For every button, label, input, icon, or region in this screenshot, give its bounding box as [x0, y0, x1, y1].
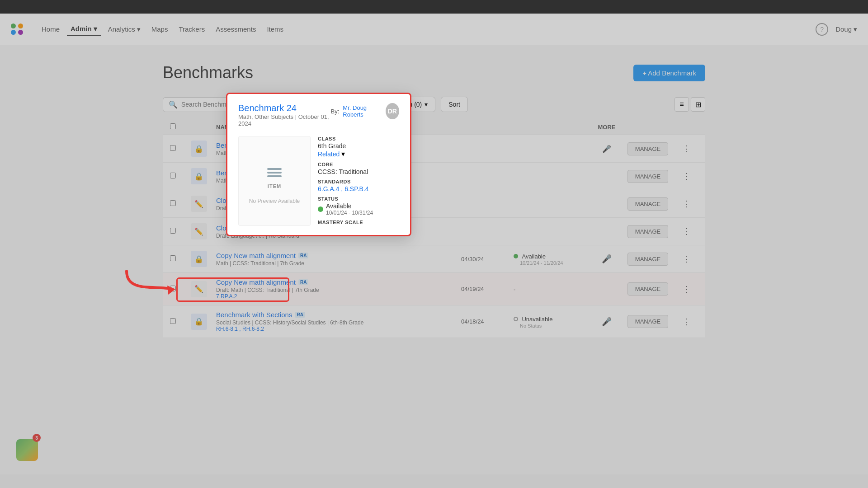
item-icon-box: ITEM	[260, 158, 289, 194]
status-green-dot	[318, 206, 323, 212]
status-row: Available 10/01/24 - 10/31/24	[318, 202, 399, 216]
class-value: 6th Grade	[318, 142, 399, 150]
core-value: CCSS: Traditional	[318, 168, 399, 175]
popup-details: CLASS 6th Grade Related ▾ CORE CCSS: Tra…	[318, 136, 399, 226]
related-link[interactable]: Related	[318, 150, 340, 158]
item-line-3	[267, 175, 282, 177]
avatar: DR	[386, 103, 399, 119]
standards-label: STANDARDS	[318, 179, 399, 184]
related-row[interactable]: Related ▾	[318, 150, 399, 158]
item-label: ITEM	[268, 183, 281, 189]
standards-value-link[interactable]: 6.G.A.4 , 6.SP.B.4	[318, 185, 399, 192]
item-line-2	[267, 172, 282, 174]
arrow-annotation	[122, 267, 181, 303]
benchmark-detail-popup: Benchmark 24 Math, Other Subjects | Octo…	[226, 93, 411, 236]
by-label: By:	[331, 108, 340, 115]
core-label: CORE	[318, 162, 399, 167]
popup-author: By: Mr. Doug Roberts DR	[331, 103, 399, 119]
popup-title-text[interactable]: Benchmark 24	[238, 103, 331, 113]
status-date-range: 10/01/24 - 10/31/24	[326, 210, 373, 216]
mastery-label: MASTERY SCALE	[318, 220, 399, 225]
arrow-svg	[122, 267, 181, 303]
class-label: CLASS	[318, 136, 399, 141]
popup-subjects: Math, Other Subjects | October 01, 2024	[238, 113, 331, 127]
item-line-1	[267, 168, 282, 170]
author-link[interactable]: Mr. Doug Roberts	[343, 104, 382, 118]
modal-overlay[interactable]	[0, 0, 868, 488]
svg-marker-0	[167, 286, 175, 295]
item-lines-icon	[265, 164, 283, 182]
subjects-text: Math, Other Subjects	[238, 113, 293, 120]
no-preview-text: No Preview Available	[249, 198, 300, 204]
status-label: STATUS	[318, 196, 399, 202]
status-available: Available	[326, 202, 373, 210]
popup-title: Benchmark 24 Math, Other Subjects | Octo…	[238, 103, 331, 133]
highlight-box	[176, 277, 289, 302]
status-text-block: Available 10/01/24 - 10/31/24	[326, 202, 373, 216]
popup-body: ITEM No Preview Available CLASS 6th Grad…	[238, 136, 399, 226]
related-arrow-icon: ▾	[341, 150, 345, 158]
popup-preview: ITEM No Preview Available	[238, 136, 311, 226]
popup-header: Benchmark 24 Math, Other Subjects | Octo…	[238, 103, 399, 133]
